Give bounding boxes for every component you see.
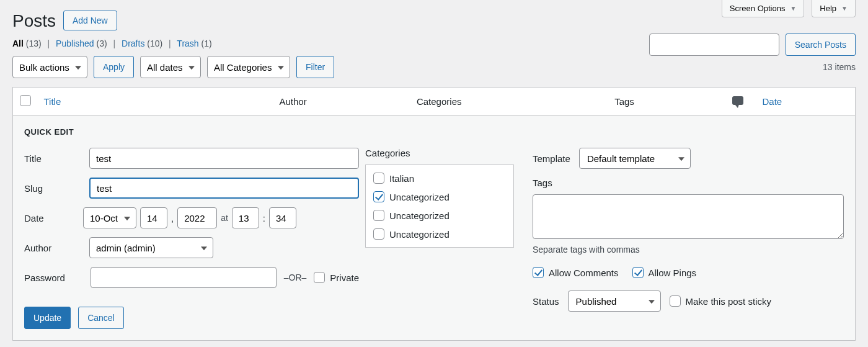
category-label: Uncategorized (389, 210, 450, 221)
date-label: Date (24, 213, 83, 223)
search-input[interactable] (649, 34, 779, 56)
date-filter-select[interactable]: All dates (140, 56, 201, 78)
sticky-label: Make this post sticky (686, 296, 771, 307)
author-label: Author (24, 243, 83, 253)
chevron-down-icon: ▼ (841, 5, 848, 12)
bulk-actions-select[interactable]: Bulk actions (12, 56, 87, 78)
category-checkbox-0[interactable] (373, 173, 384, 184)
filter-button[interactable]: Filter (296, 56, 334, 78)
screen-options-label: Screen Options (730, 4, 786, 13)
category-label: Italian (389, 173, 414, 184)
hour-input[interactable] (232, 207, 259, 228)
column-author: Author (273, 88, 410, 116)
allow-pings-checkbox[interactable] (632, 267, 644, 278)
column-comments[interactable] (719, 88, 756, 116)
apply-button[interactable]: Apply (94, 56, 134, 78)
status-select[interactable]: Published (568, 291, 661, 312)
filter-all[interactable]: All (13) (12, 38, 42, 48)
filter-trash[interactable]: Trash (1) (177, 38, 211, 48)
column-date[interactable]: Date (756, 88, 856, 116)
category-filter-select[interactable]: All Categories (207, 56, 290, 78)
cancel-button[interactable]: Cancel (78, 307, 124, 329)
column-title[interactable]: Title (38, 88, 273, 116)
chevron-down-icon: ▼ (790, 5, 796, 12)
allow-pings-label: Allow Pings (649, 268, 697, 278)
tags-textarea[interactable] (533, 194, 844, 239)
category-checkbox-2[interactable] (373, 210, 384, 221)
column-tags: Tags (608, 88, 719, 116)
template-label: Template (533, 153, 570, 164)
minute-input[interactable] (269, 207, 296, 228)
tags-hint: Separate tags with commas (533, 245, 844, 255)
year-input[interactable] (177, 207, 217, 228)
categories-box: Italian Uncategorized Uncategorized Unca… (365, 164, 514, 248)
category-label: Uncategorized (389, 229, 450, 240)
quick-edit-panel: QUICK EDIT Title Slug Date (13, 115, 855, 340)
allow-comments-checkbox[interactable] (533, 267, 544, 278)
password-input[interactable] (91, 267, 277, 288)
title-input[interactable] (89, 148, 359, 169)
slug-input[interactable] (89, 178, 359, 199)
tags-label: Tags (533, 178, 844, 188)
help-label: Help (820, 4, 836, 13)
at-label: at (221, 213, 228, 223)
posts-table: Title Author Categories Tags Date QUICK … (12, 87, 856, 341)
search-posts-button[interactable]: Search Posts (786, 34, 856, 56)
update-button[interactable]: Update (24, 307, 71, 329)
filter-published[interactable]: Published (3) (56, 38, 107, 48)
categories-heading: Categories (365, 148, 526, 158)
title-label: Title (24, 153, 83, 164)
page-title: Posts (12, 11, 56, 31)
template-select[interactable]: Default template (579, 148, 691, 169)
filter-drafts[interactable]: Drafts (10) (122, 38, 162, 48)
slug-label: Slug (24, 183, 83, 194)
month-select[interactable]: 10-Oct (83, 207, 136, 228)
comments-icon (732, 96, 743, 105)
status-label: Status (533, 296, 559, 307)
category-label: Uncategorized (389, 192, 450, 202)
or-label: –OR– (284, 273, 307, 282)
sticky-checkbox[interactable] (670, 295, 681, 307)
select-all-checkbox[interactable] (20, 95, 31, 106)
category-checkbox-1[interactable] (373, 191, 384, 202)
author-select[interactable]: admin (admin) (89, 237, 213, 258)
items-count: 13 items (823, 62, 856, 72)
add-new-button[interactable]: Add New (63, 11, 117, 30)
quick-edit-heading: QUICK EDIT (24, 127, 844, 137)
private-label: Private (330, 273, 359, 283)
private-checkbox[interactable] (314, 272, 325, 283)
column-categories: Categories (410, 88, 608, 116)
category-checkbox-3[interactable] (373, 228, 384, 240)
password-label: Password (24, 273, 83, 283)
screen-options-button[interactable]: Screen Options▼ (722, 0, 805, 17)
allow-comments-label: Allow Comments (549, 268, 619, 278)
help-button[interactable]: Help▼ (812, 0, 856, 17)
day-input[interactable] (140, 207, 167, 228)
